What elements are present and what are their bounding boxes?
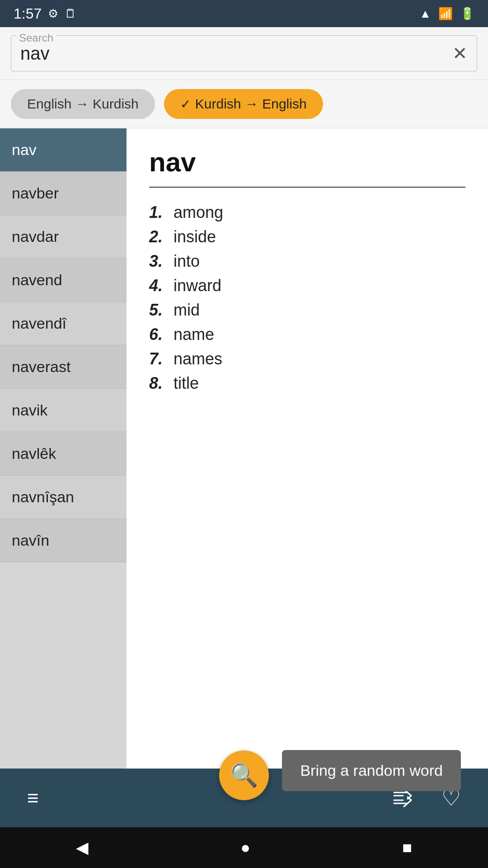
list-item[interactable]: navendî (0, 302, 127, 345)
definition-item: 7. names (149, 349, 465, 368)
definition-item: 5. mid (149, 301, 465, 320)
definition-item: 6. name (149, 325, 465, 344)
english-to-kurdish-tab[interactable]: English → Kurdish (11, 89, 155, 119)
definition-item: 4. inward (149, 276, 465, 295)
search-container: Search nav ✕ (0, 27, 488, 80)
list-item[interactable]: navlêk (0, 432, 127, 476)
check-icon: ✓ (180, 97, 191, 112)
search-fab-icon: 🔍 (230, 762, 258, 788)
random-word-button[interactable]: Bring a random word (282, 750, 461, 791)
list-item[interactable]: navnîşan (0, 476, 127, 519)
notes-icon: 🗒 (65, 7, 76, 21)
en-ku-label: English → Kurdish (27, 96, 139, 112)
settings-icon: ⚙ (48, 7, 58, 21)
definition-item: 3. into (149, 252, 465, 271)
ku-en-label: Kurdish → English (195, 96, 307, 112)
definition-item: 8. title (149, 374, 465, 393)
random-word-label: Bring a random word (300, 762, 443, 779)
status-time: 1:57 (14, 5, 42, 22)
definition-word: nav (149, 146, 465, 178)
list-item[interactable]: nav (0, 128, 127, 172)
signal-icon: 📶 (438, 7, 453, 21)
definition-item: 2. inside (149, 227, 465, 246)
kurdish-to-english-tab[interactable]: ✓ Kurdish → English (164, 89, 323, 119)
fab-search-button[interactable]: 🔍 (219, 750, 269, 800)
search-input[interactable]: nav (20, 43, 452, 64)
wifi-icon: ▲ (419, 7, 431, 21)
list-item[interactable]: navber (0, 172, 127, 215)
list-item[interactable]: navdar (0, 215, 127, 259)
list-item[interactable]: navik (0, 389, 127, 432)
status-bar: 1:57 ⚙ 🗒 ▲ 📶 🔋 (0, 0, 488, 27)
definition-item: 1. among (149, 203, 465, 222)
definition-panel: nav 1. among 2. inside 3. into 4. inward… (127, 128, 488, 808)
list-item[interactable]: naverast (0, 345, 127, 389)
android-nav-bar: ◀ ● ■ (0, 827, 488, 868)
recents-button[interactable]: ■ (402, 838, 412, 857)
main-area: nav navber navdar navend navendî naveras… (0, 128, 488, 808)
list-item[interactable]: navend (0, 259, 127, 302)
list-item[interactable]: navîn (0, 519, 127, 562)
status-right: ▲ 📶 🔋 (419, 7, 474, 21)
status-left: 1:57 ⚙ 🗒 (14, 5, 76, 22)
language-tabs: English → Kurdish ✓ Kurdish → English (0, 80, 488, 128)
definition-divider (149, 187, 465, 188)
home-button[interactable]: ● (240, 838, 250, 857)
battery-icon: 🔋 (460, 7, 474, 21)
definition-list: 1. among 2. inside 3. into 4. inward 5. … (149, 203, 465, 393)
clear-icon[interactable]: ✕ (452, 43, 468, 64)
back-button[interactable]: ◀ (76, 838, 89, 857)
search-label: Search (16, 32, 56, 44)
menu-icon[interactable]: ≡ (27, 787, 39, 809)
word-list: nav navber navdar navend navendî naveras… (0, 128, 127, 808)
search-input-wrapper[interactable]: nav ✕ (11, 35, 477, 71)
